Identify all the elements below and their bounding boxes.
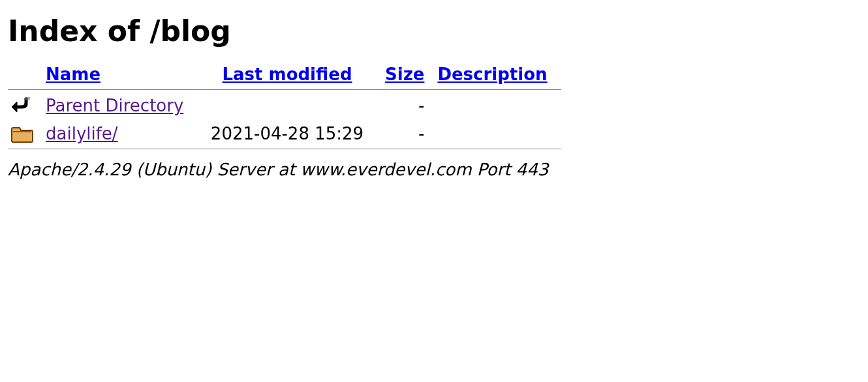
parent-directory-link[interactable]: Parent Directory — [46, 96, 183, 115]
header-icon — [8, 61, 39, 88]
row-icon-cell — [8, 120, 39, 147]
header-size: Size — [379, 61, 431, 88]
page-title: Index of /blog — [8, 14, 860, 48]
row-modified-cell: 2021-04-28 15:29 — [196, 120, 379, 147]
sort-by-size[interactable]: Size — [385, 65, 424, 84]
row-name-cell: Parent Directory — [39, 91, 196, 120]
row-size-cell: - — [379, 91, 431, 120]
folder-icon — [10, 124, 38, 143]
row-description-cell — [431, 91, 561, 120]
directory-listing: Name Last modified Size Description Pare… — [8, 61, 561, 151]
row-icon-cell — [8, 91, 39, 120]
directory-link[interactable]: dailylife/ — [46, 124, 118, 143]
table-row: Parent Directory - — [8, 91, 561, 120]
sort-by-name[interactable]: Name — [46, 65, 101, 84]
row-name-cell: dailylife/ — [39, 120, 196, 147]
server-signature: Apache/2.4.29 (Ubuntu) Server at www.eve… — [8, 160, 860, 179]
row-modified-cell — [196, 91, 379, 120]
header-name: Name — [39, 61, 196, 88]
divider — [8, 149, 561, 149]
header-last-modified: Last modified — [196, 61, 379, 88]
sort-by-description[interactable]: Description — [437, 65, 547, 84]
sort-by-last-modified[interactable]: Last modified — [222, 65, 352, 84]
divider — [8, 89, 561, 90]
row-description-cell — [431, 120, 561, 147]
table-row: dailylife/ 2021-04-28 15:29 - — [8, 120, 561, 147]
header-row: Name Last modified Size Description — [8, 61, 561, 88]
row-size-cell: - — [379, 120, 431, 147]
back-icon — [10, 94, 38, 117]
header-description: Description — [431, 61, 561, 88]
